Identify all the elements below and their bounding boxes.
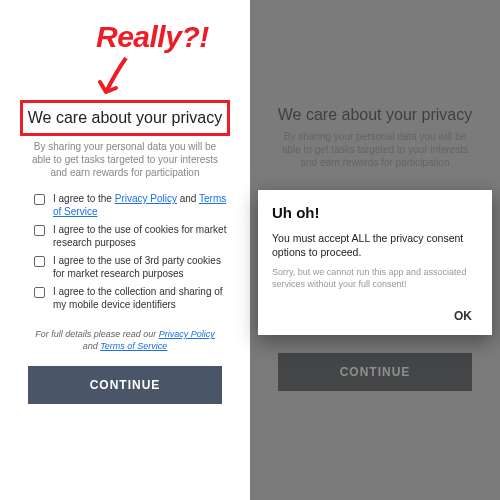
arrow-icon [96, 54, 136, 104]
annotation-text: Really?! [96, 20, 209, 54]
modal-message: You must accept ALL the privacy consent … [272, 231, 478, 259]
error-modal: Uh oh! You must accept ALL the privacy c… [258, 190, 492, 335]
subtitle: By sharing your personal data you will b… [14, 140, 236, 189]
modal-fineprint: Sorry, but we cannot run this app and as… [272, 267, 478, 290]
consent-label: I agree to the use of cookies for market… [53, 224, 230, 249]
consent-row[interactable]: I agree to the collection and sharing of… [34, 286, 230, 311]
full-details-text: For full details please read our Privacy… [14, 323, 236, 362]
consent-label: I agree to the use of 3rd party cookies … [53, 255, 230, 280]
consent-row[interactable]: I agree to the use of 3rd party cookies … [34, 255, 230, 280]
consent-row[interactable]: I agree to the Privacy Policy and Terms … [34, 193, 230, 218]
terms-link[interactable]: Terms of Service [100, 341, 167, 351]
title-highlight-box: We care about your privacy [20, 100, 230, 136]
checkbox-icon[interactable] [34, 287, 45, 298]
consent-label: I agree to the Privacy Policy and Terms … [53, 193, 230, 218]
consent-label: I agree to the collection and sharing of… [53, 286, 230, 311]
checkbox-icon[interactable] [34, 225, 45, 236]
checkbox-icon[interactable] [34, 256, 45, 267]
page-title: We care about your privacy [23, 103, 227, 133]
checkbox-icon[interactable] [34, 194, 45, 205]
privacy-screen-right: We care about your privacy By sharing yo… [250, 0, 500, 500]
ok-button[interactable]: OK [272, 305, 478, 327]
consent-row[interactable]: I agree to the use of cookies for market… [34, 224, 230, 249]
privacy-policy-link[interactable]: Privacy Policy [159, 329, 215, 339]
modal-title: Uh oh! [272, 204, 478, 221]
continue-button[interactable]: CONTINUE [28, 366, 222, 404]
privacy-policy-link[interactable]: Privacy Policy [115, 193, 177, 204]
